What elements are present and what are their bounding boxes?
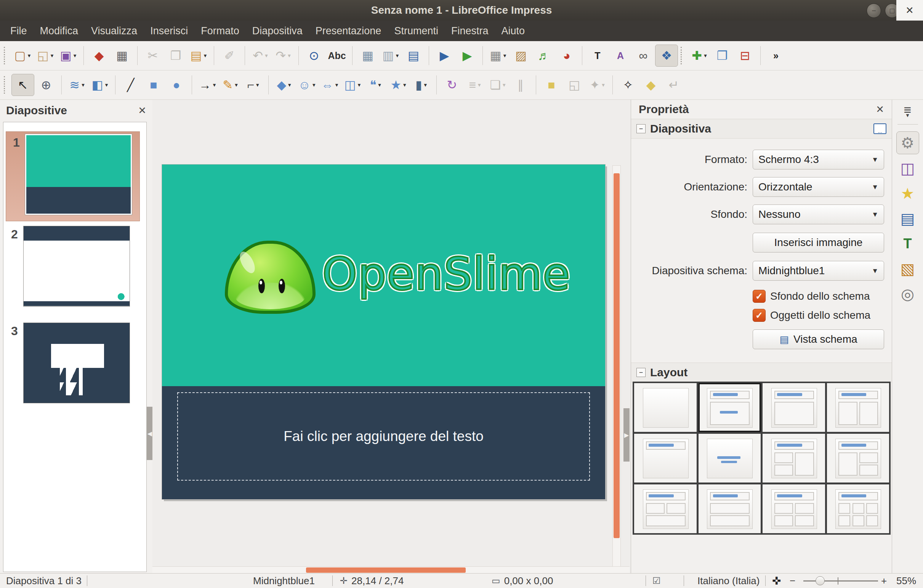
fontwork-button[interactable]: A▾ [609, 45, 631, 66]
slide-thumbnail-image[interactable] [23, 226, 130, 306]
insert-text-box-button[interactable]: T▾ [586, 45, 609, 66]
slide-thumbnail-image[interactable] [25, 134, 132, 215]
delete-slide-button[interactable]: ⊟▾ [734, 45, 756, 66]
insert-image-button[interactable]: Inserisci immagine [753, 233, 884, 252]
properties-close-icon[interactable]: ✕ [876, 103, 884, 115]
slide-section-header[interactable]: − Diapositiva ... [631, 119, 892, 139]
zoom-slider-track[interactable] [803, 580, 878, 581]
insert-image-button[interactable]: ▨▾ [510, 45, 532, 66]
layout-section-header[interactable]: − Layout [631, 362, 892, 382]
3d-objects-button[interactable]: ▮▾ [410, 74, 432, 96]
zoom-percent-status[interactable]: 55% [896, 573, 916, 588]
horizontal-scrollbar-thumb[interactable] [306, 567, 466, 573]
line-style-button[interactable]: ≋▾ [66, 74, 88, 96]
display-views-button[interactable]: ▥▾ [379, 45, 402, 66]
layout-option-title-only[interactable] [634, 434, 696, 483]
layout-option-title-content[interactable] [698, 383, 761, 432]
slide-thumbnail-image[interactable] [23, 323, 130, 403]
slide-thumbnail-3[interactable]: 3 [6, 323, 140, 414]
animation-tab[interactable]: ★ [897, 182, 919, 205]
menu-diapositiva[interactable]: Diapositiva [246, 21, 309, 41]
to-curve-button[interactable]: ↵▾ [663, 74, 685, 96]
callouts-button[interactable]: ❝▾ [364, 74, 386, 96]
close-document-button[interactable]: ✕ [896, 0, 923, 21]
arrange-button[interactable]: ❏▾ [487, 74, 509, 96]
spelling-button[interactable]: Abc▾ [326, 45, 348, 66]
gallery-tab[interactable]: ▧ [897, 258, 919, 280]
layout-option-two-rows[interactable] [698, 485, 761, 533]
toolbar-overflow-button[interactable]: »▾ [765, 45, 787, 66]
vertical-scrollbar-thumb[interactable] [614, 173, 620, 538]
zoom-in-button[interactable]: + [881, 573, 887, 588]
zoom-slider-thumb[interactable] [816, 576, 824, 585]
new-document-button[interactable]: ▢▾ [11, 45, 33, 66]
new-slide-button[interactable]: ✚▾ [688, 45, 710, 66]
paste-button[interactable]: ▤▾ [187, 45, 210, 66]
undo-button[interactable]: ↶▾ [249, 45, 271, 66]
insert-media-button[interactable]: ♬▾ [533, 45, 555, 66]
menu-aiuto[interactable]: Aiuto [494, 21, 531, 41]
layout-option-one-left-two-right[interactable] [827, 434, 890, 483]
insert-line-button[interactable]: ╱▾ [120, 74, 142, 96]
insert-table-button[interactable]: ▦▾ [487, 45, 509, 66]
curve-button[interactable]: ✎▾ [219, 74, 241, 96]
basic-shapes-button[interactable]: ◆▾ [273, 74, 295, 96]
export-pdf-button[interactable]: ◆▾ [88, 45, 110, 66]
zoom-tool-button[interactable]: ⊕▾ [35, 74, 57, 96]
lines-and-arrows-button[interactable]: →▾ [196, 74, 218, 96]
find-replace-button[interactable]: ⊙▾ [303, 45, 325, 66]
menu-finestra[interactable]: Finestra [445, 21, 495, 41]
slide-canvas[interactable]: OpenSlime Fai clic per aggiungere del te… [162, 164, 605, 499]
shadow-button[interactable]: ■▾ [540, 74, 562, 96]
collapse-icon[interactable]: − [636, 124, 645, 133]
slide-thumbnail-2[interactable]: 2 [6, 226, 140, 317]
slides-panel-collapse-handle[interactable]: ◀ [147, 407, 153, 460]
ellipse-button[interactable]: ●▾ [165, 74, 187, 96]
master-view-button[interactable]: ▤ Vista schema [753, 329, 884, 349]
glue-points-button[interactable]: ◆▾ [640, 74, 662, 96]
select-tool-button[interactable]: ↖▾ [11, 74, 34, 96]
layout-option-centered-text[interactable] [698, 434, 761, 483]
horizontal-scrollbar[interactable] [153, 566, 629, 573]
show-draw-functions-button[interactable]: ❖▾ [655, 44, 678, 67]
menu-file[interactable]: File [4, 21, 33, 41]
rotate-button[interactable]: ↻▾ [441, 74, 463, 96]
vertical-scrollbar[interactable] [613, 165, 621, 588]
document-modified-status[interactable]: ☑ [652, 573, 661, 588]
text-placeholder[interactable]: Fai clic per aggiungere del testo [177, 392, 590, 481]
copy-button[interactable]: ❐▾ [165, 45, 187, 66]
layout-option-title-two-content[interactable] [827, 383, 890, 432]
menu-inserisci[interactable]: Inserisci [144, 21, 194, 41]
menu-visualizza[interactable]: Visualizza [85, 21, 144, 41]
optimize-button[interactable]: ∥▾ [509, 74, 532, 96]
layout-option-four-content[interactable] [762, 485, 825, 533]
layout-option-two-left-one-right[interactable] [762, 434, 825, 483]
navigator-tab[interactable]: ◎ [897, 283, 919, 305]
master-slides-tab[interactable]: ▤ [897, 208, 919, 229]
crop-button[interactable]: ◱▾ [563, 74, 585, 96]
collapse-icon[interactable]: − [636, 368, 645, 377]
filter-button[interactable]: ✦▾ [586, 74, 608, 96]
slides-panel-close-icon[interactable]: ✕ [138, 105, 146, 116]
master-background-checkbox[interactable]: ✓ [753, 290, 765, 303]
slide-transition-tab[interactable]: ◫ [897, 157, 919, 179]
sidebar-settings-button[interactable]: ≡ ▾ [904, 106, 912, 117]
master-objects-checkbox[interactable]: ✓ [753, 309, 765, 322]
master-slide-status[interactable]: Midnightblue1 [253, 573, 315, 588]
flowchart-button[interactable]: ◫▾ [342, 74, 363, 96]
duplicate-slide-button[interactable]: ❐▾ [711, 45, 733, 66]
minimize-button[interactable]: − [867, 3, 881, 18]
slide-thumbnail-1[interactable]: 1 [6, 131, 140, 221]
align-button[interactable]: ≡▾ [464, 74, 486, 96]
cut-button[interactable]: ✂▾ [142, 45, 164, 66]
display-grid-button[interactable]: ▦▾ [357, 45, 379, 66]
insert-chart-button[interactable]: ◕▾ [556, 45, 578, 66]
master-slide-select[interactable]: Midnightblue1 ▼ [753, 261, 884, 281]
clone-formatting-button[interactable]: ✐▾ [218, 45, 240, 66]
block-arrows-button[interactable]: ⇔▾ [319, 74, 341, 96]
sidebar-collapse-handle[interactable]: ▶ [624, 408, 629, 462]
print-button[interactable]: ▦▾ [111, 45, 133, 66]
hyperlink-button[interactable]: ∞▾ [632, 45, 654, 66]
menu-formato[interactable]: Formato [194, 21, 246, 41]
start-presentation-button[interactable]: ▶▾ [433, 45, 455, 66]
